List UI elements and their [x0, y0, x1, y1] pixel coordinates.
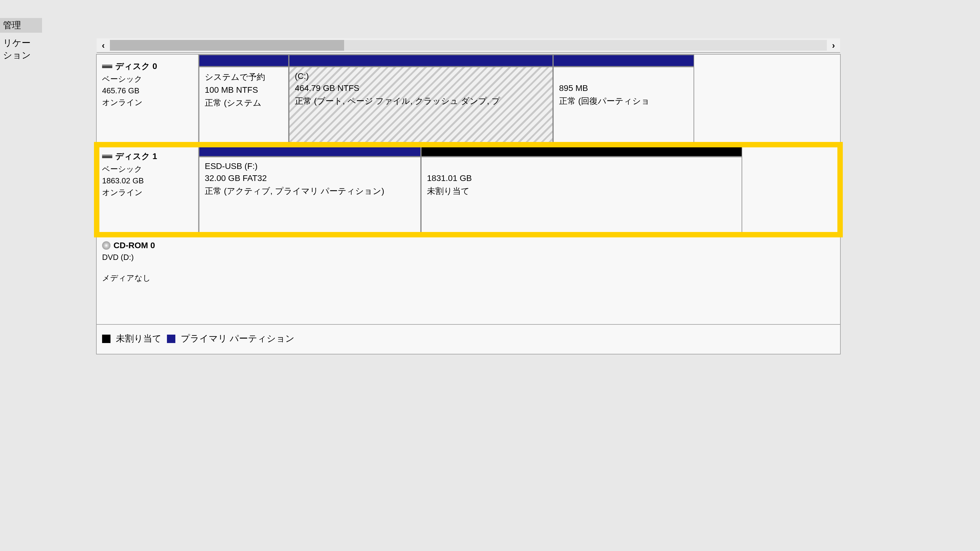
- partition-header[interactable]: [553, 55, 694, 67]
- disk-management-panel: ‹ › ディスク 0 ベーシック 465.76 GB オンライン システムで: [96, 54, 841, 354]
- partition-header[interactable]: [199, 55, 289, 67]
- partition-label: システムで予約: [205, 71, 283, 83]
- sidebar-item-management[interactable]: 管理: [0, 18, 42, 33]
- partition-size: 100 MB NTFS: [205, 85, 283, 95]
- disk-row-0: ディスク 0 ベーシック 465.76 GB オンライン システムで予約 100…: [97, 55, 840, 144]
- scroll-thumb[interactable]: [110, 40, 344, 51]
- disk-status: オンライン: [102, 187, 193, 198]
- scroll-track[interactable]: [110, 40, 827, 51]
- disk-1-partitions: ESD-USB (F:) 32.00 GB FAT32 正常 (アクティブ, プ…: [199, 144, 840, 234]
- partition-label: [559, 71, 688, 81]
- partition-label: ESD-USB (F:): [205, 162, 415, 171]
- legend-primary: プライマリ パーティション: [181, 332, 294, 345]
- partition-label: [427, 162, 736, 171]
- legend-unallocated: 未割り当て: [116, 332, 162, 345]
- partition-status: 正常 (回復パーティショ: [559, 95, 688, 107]
- disk-status: オンライン: [102, 97, 193, 108]
- cdrom-name: CD-ROM 0: [113, 241, 155, 250]
- scroll-right-button[interactable]: ›: [827, 39, 840, 52]
- legend-square-primary-icon: [167, 335, 175, 343]
- partition-size: 464.79 GB NTFS: [295, 83, 547, 93]
- disk-row-1: ディスク 1 ベーシック 1863.02 GB オンライン ESD-USB (F…: [97, 144, 840, 235]
- scroll-left-button[interactable]: ‹: [97, 39, 110, 52]
- partition-status: 正常 (ブート, ページ ファイル, クラッシュ ダンプ, プ: [295, 95, 547, 107]
- partition-c-drive[interactable]: (C:) 464.79 GB NTFS 正常 (ブート, ページ ファイル, ク…: [289, 67, 553, 144]
- disk-0-partitions: システムで予約 100 MB NTFS 正常 (システム (C:) 464.79…: [199, 55, 840, 144]
- legend: 未割り当て プライマリ パーティション: [97, 325, 840, 354]
- disk-type: ベーシック: [102, 164, 193, 175]
- cdrom-media: メディアなし: [102, 273, 835, 283]
- disk-icon: [102, 154, 112, 158]
- partition-system-reserved[interactable]: システムで予約 100 MB NTFS 正常 (システム: [199, 67, 289, 144]
- horizontal-scrollbar[interactable]: ‹ ›: [97, 38, 840, 53]
- cd-icon: [102, 241, 110, 250]
- legend-square-unallocated-icon: [102, 335, 110, 343]
- partition-status: 正常 (システム: [205, 97, 283, 109]
- partition-size: 1831.01 GB: [427, 173, 736, 183]
- disk-size: 1863.02 GB: [102, 176, 193, 186]
- partition-header[interactable]: [421, 144, 742, 157]
- partition-size: 895 MB: [559, 83, 688, 93]
- disk-header-0[interactable]: ディスク 0 ベーシック 465.76 GB オンライン: [97, 55, 199, 144]
- partition-status: 正常 (アクティブ, プライマリ パーティション): [205, 186, 415, 197]
- sidebar-item-application[interactable]: リケーション: [0, 36, 42, 63]
- partition-status: 未割り当て: [427, 186, 736, 197]
- cdrom-drive: DVD (D:): [102, 253, 835, 262]
- disk-name: ディスク 0: [115, 60, 157, 72]
- disk-icon: [102, 65, 112, 68]
- partition-header[interactable]: [289, 55, 553, 67]
- partition-size: 32.00 GB FAT32: [205, 173, 415, 183]
- disk-name: ディスク 1: [115, 151, 157, 162]
- partition-drive: (C:): [295, 71, 547, 81]
- partition-recovery[interactable]: 895 MB 正常 (回復パーティショ: [553, 67, 694, 144]
- disk-header-1[interactable]: ディスク 1 ベーシック 1863.02 GB オンライン: [97, 144, 199, 234]
- partition-unallocated[interactable]: 1831.01 GB 未割り当て: [421, 157, 742, 234]
- partition-esd-usb[interactable]: ESD-USB (F:) 32.00 GB FAT32 正常 (アクティブ, プ…: [199, 157, 421, 234]
- cdrom-row[interactable]: CD-ROM 0 DVD (D:) メディアなし: [97, 235, 840, 325]
- partition-header[interactable]: [199, 144, 421, 157]
- disk-size: 465.76 GB: [102, 86, 193, 95]
- disk-type: ベーシック: [102, 74, 193, 84]
